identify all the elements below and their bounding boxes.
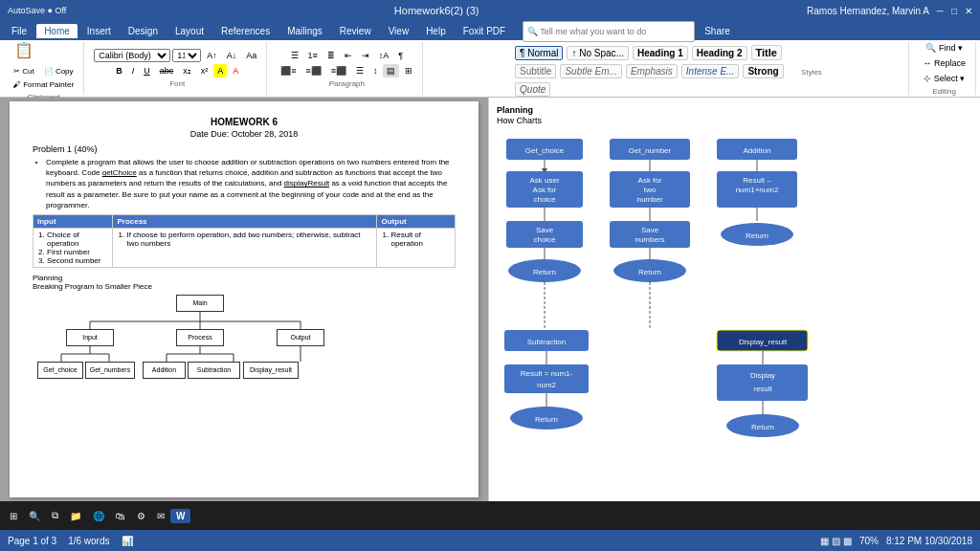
copy-button[interactable]: 📄 Copy <box>40 65 78 77</box>
style-heading1[interactable]: Heading 1 <box>633 46 688 60</box>
format-painter-button[interactable]: 🖌 Format Painter <box>10 78 78 91</box>
multilevel-button[interactable]: ≣ <box>323 49 339 62</box>
small-flowchart: Main <box>33 295 456 419</box>
italic-button[interactable]: I <box>128 64 139 77</box>
superscript-button[interactable]: x² <box>197 64 212 77</box>
tab-help[interactable]: Help <box>418 24 454 38</box>
align-left-button[interactable]: ⬛≡ <box>277 64 300 77</box>
fc-label-save-choice-1: Save <box>536 226 554 234</box>
minimize-btn[interactable]: ─ <box>937 6 944 16</box>
fc-label-display-result2-1: Display <box>750 371 775 380</box>
settings-button[interactable]: ⚙ <box>131 509 151 523</box>
style-heading2[interactable]: Heading 2 <box>692 46 747 60</box>
styles-area: ¶ Normal ↑ No Spac... Heading 1 Heading … <box>514 44 801 98</box>
statusbar-left: Page 1 of 3 1/6 words 📊 <box>8 536 133 546</box>
style-subtitle[interactable]: Subtitle <box>515 64 556 78</box>
decrease-indent-button[interactable]: ⇤ <box>341 49 356 62</box>
tab-insert[interactable]: Insert <box>79 24 119 38</box>
sfc-addition: Addition <box>143 362 186 379</box>
style-no-space[interactable]: ↑ No Spac... <box>567 46 628 60</box>
zoom-level: 70% <box>859 536 879 546</box>
font-color-button[interactable]: A <box>229 64 242 77</box>
search-icon: 🔍 <box>527 27 538 36</box>
tab-foxit[interactable]: Foxit PDF <box>456 24 513 38</box>
subscript-button[interactable]: x₂ <box>179 64 195 77</box>
show-para-button[interactable]: ¶ <box>394 49 407 62</box>
justify-button[interactable]: ☰ <box>352 64 368 77</box>
title-center: Homework6(2) (3) <box>394 5 479 16</box>
underline-button[interactable]: U <box>140 64 154 77</box>
tab-review[interactable]: Review <box>332 24 379 38</box>
bold-button[interactable]: B <box>112 64 126 77</box>
breaking-label: Breaking Program to Smaller Piece <box>33 282 456 291</box>
increase-indent-button[interactable]: ⇥ <box>358 49 373 62</box>
tab-layout[interactable]: Layout <box>167 24 212 38</box>
sfc-main: Main <box>176 295 224 312</box>
fc-label-return5: Return <box>751 423 774 431</box>
edge-button[interactable]: 🌐 <box>87 509 110 523</box>
document-panel: HOMEWORK 6 Date Due: October 28, 2018 Pr… <box>0 98 488 501</box>
search-bar[interactable]: 🔍 <box>523 21 695 42</box>
restore-btn[interactable]: □ <box>951 6 957 16</box>
numbering-button[interactable]: 1≡ <box>304 49 322 62</box>
style-title[interactable]: Title <box>751 45 782 60</box>
line-spacing-button[interactable]: ↕ <box>369 64 382 77</box>
doc-title: HOMEWORK 6 <box>33 117 456 127</box>
fc-label-get-choice: Get_choice <box>525 146 565 155</box>
clear-format-button[interactable]: Aa <box>242 49 260 62</box>
shrink-font-button[interactable]: A↓ <box>223 49 241 62</box>
replace-button[interactable]: ↔ Replace <box>919 56 969 70</box>
mail-button[interactable]: ✉ <box>151 509 170 523</box>
explorer-button[interactable]: 📁 <box>64 509 87 523</box>
fc-label-result-add-1: Result – <box>743 176 771 185</box>
style-quote[interactable]: Quote <box>515 82 550 97</box>
font-size-select[interactable]: 11 <box>172 49 201 62</box>
fc-label-ask-user-2: Ask for <box>533 186 557 194</box>
tab-design[interactable]: Design <box>121 24 166 38</box>
shading-button[interactable]: ▤ <box>383 64 399 77</box>
track-icon: 📊 <box>122 536 133 546</box>
search-button[interactable]: 🔍 <box>23 509 46 523</box>
sort-button[interactable]: ↕A <box>375 49 393 62</box>
highlight-button[interactable]: A <box>213 64 227 77</box>
fc-label-display-result2-2: result <box>753 385 772 393</box>
taskview-button[interactable]: ⧉ <box>46 508 64 523</box>
col-output: Output <box>377 214 456 228</box>
style-normal[interactable]: ¶ Normal <box>515 46 563 60</box>
col-input: Input <box>33 214 113 228</box>
store-button[interactable]: 🛍 <box>110 509 131 523</box>
style-intense-e[interactable]: Intense E... <box>681 64 740 78</box>
style-strong[interactable]: Strong <box>743 64 783 78</box>
find-button[interactable]: 🔍 Find ▾ <box>919 41 969 55</box>
word-button[interactable]: W <box>170 509 190 523</box>
fc-label-save-choice-2: choice <box>533 235 556 244</box>
align-center-button[interactable]: ≡⬛ <box>301 64 324 77</box>
style-subtle-em[interactable]: Subtle Em... <box>560 64 621 78</box>
start-button[interactable]: ⊞ <box>4 509 23 523</box>
tab-references[interactable]: References <box>213 24 278 38</box>
cut-button[interactable]: ✂ Cut <box>10 65 38 77</box>
bullets-button[interactable]: ☰ <box>287 49 302 62</box>
fc-label-display-result: Display_result <box>739 338 788 346</box>
grow-font-button[interactable]: A↑ <box>203 49 221 62</box>
flowchart-svg: Get_choice Ask user Ask for choice Save … <box>497 129 972 501</box>
paste-button[interactable]: 📋 <box>10 35 38 64</box>
search-input[interactable] <box>540 27 674 36</box>
style-emphasis[interactable]: Emphasis <box>626 64 678 78</box>
sfc-input: Input <box>66 329 114 346</box>
tab-mailings[interactable]: Mailings <box>279 24 330 38</box>
tab-view[interactable]: View <box>381 24 417 38</box>
strikethrough-button[interactable]: abc <box>156 64 178 77</box>
sfc-display-result: Display_result <box>243 362 299 379</box>
page-info: Page 1 of 3 <box>8 536 56 546</box>
close-btn[interactable]: ✕ <box>965 6 972 16</box>
fc-label-save-numbers-1: Save <box>641 226 659 234</box>
font-family-select[interactable]: Calibri (Body) <box>94 49 170 62</box>
align-right-button[interactable]: ≡⬛ <box>327 64 350 77</box>
borders-button[interactable]: ⊞ <box>401 64 416 77</box>
cell-process: If choose to perform operation, add two … <box>113 228 377 267</box>
title-right: Ramos Hernandez, Marvin A ─ □ ✕ <box>807 6 972 16</box>
fc-label-ask-user-3: choice <box>533 195 556 204</box>
select-button[interactable]: ⊹ Select ▾ <box>919 72 969 85</box>
share-button[interactable]: Share <box>704 26 730 36</box>
